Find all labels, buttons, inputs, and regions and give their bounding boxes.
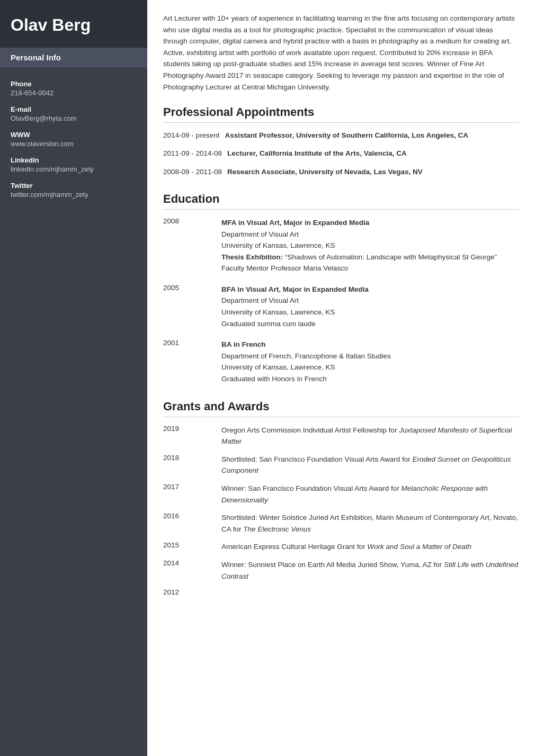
grant-italic: Eroded Sunset on Geopoliticus Component bbox=[221, 455, 511, 475]
grant-detail: Oregon Arts Commission Individual Artist… bbox=[221, 425, 519, 447]
grants-title: Grants and Awards bbox=[163, 400, 519, 417]
grant-detail: Shortlisted: Winter Solstice Juried Art … bbox=[221, 512, 519, 535]
edu-line: University of Kansas, Lawrence, KS bbox=[221, 240, 519, 251]
edu-detail: BFA in Visual Art, Major in Expanded Med… bbox=[221, 284, 519, 329]
sidebar-field: WWW www.olaversion.com bbox=[0, 128, 147, 153]
grant-italic: Melancholic Response with Dimensionality bbox=[221, 484, 488, 504]
sidebar-field-value: linkedin.com/mjhamm_zety bbox=[11, 165, 137, 173]
edu-year: 2001 bbox=[163, 339, 221, 347]
sidebar-field-label: WWW bbox=[11, 131, 137, 139]
education-section: Education 2008 MFA in Visual Art, Major … bbox=[163, 192, 519, 385]
grant-italic: The Electronic Venus bbox=[243, 525, 311, 533]
grant-italic: Still Life with Undefined Contrast bbox=[221, 561, 518, 580]
grant-row: 2012 bbox=[163, 588, 519, 596]
edu-degree: BFA in Visual Art, Major in Expanded Med… bbox=[221, 284, 519, 295]
edu-line: Department of Visual Art bbox=[221, 229, 519, 240]
appointment-row: 2011-09 - 2014-08 Lecturer, California I… bbox=[163, 148, 519, 159]
appt-date: 2011-09 - 2014-08 bbox=[163, 148, 227, 159]
edu-thesis: Thesis Exhibition: “Shadows of Automatio… bbox=[221, 251, 519, 263]
edu-detail: BA in FrenchDepartment of French, Franco… bbox=[221, 339, 519, 384]
grant-row: 2015 American Express Cultural Heritage … bbox=[163, 541, 519, 553]
edu-line: University of Kansas, Lawrence, KS bbox=[221, 307, 519, 318]
appt-date: 2014-09 - present bbox=[163, 130, 225, 141]
edu-detail: MFA in Visual Art, Major in Expanded Med… bbox=[221, 217, 519, 274]
appt-detail: Research Associate, University of Nevada… bbox=[227, 167, 519, 177]
edu-line: Graduated with Honors in French bbox=[221, 373, 519, 385]
grant-row: 2017 Winner: San Francisco Foundation Vi… bbox=[163, 483, 519, 506]
summary-text: Art Lecturer with 10+ years of experienc… bbox=[163, 13, 519, 93]
sidebar-field-value: 218-654-0042 bbox=[11, 89, 137, 97]
sidebar-field: LinkedIn linkedin.com/mjhamm_zety bbox=[0, 153, 147, 178]
education-title: Education bbox=[163, 192, 519, 210]
grant-year: 2014 bbox=[163, 559, 221, 567]
appt-date: 2008-09 - 2011-08 bbox=[163, 167, 227, 177]
sidebar-field-value: twitter.com/mjhamm_zety bbox=[11, 191, 137, 199]
name-block: Olav Berg bbox=[0, 0, 147, 48]
grant-year: 2016 bbox=[163, 512, 221, 520]
grant-row: 2014 Winner: Sunniest Place on Earth All… bbox=[163, 559, 519, 582]
grant-detail: Winner: San Francisco Foundation Visual … bbox=[221, 483, 519, 506]
sidebar-field-value: OlavBerg@rhyta.com bbox=[11, 114, 137, 122]
sidebar-field: E-mail OlavBerg@rhyta.com bbox=[0, 102, 147, 128]
sidebar-field-label: E-mail bbox=[11, 105, 137, 113]
grant-italic: Work and Soul a Matter of Death bbox=[367, 543, 471, 551]
education-row: 2008 MFA in Visual Art, Major in Expande… bbox=[163, 217, 519, 274]
appointments-title: Professional Appointments bbox=[163, 105, 519, 123]
grant-year: 2015 bbox=[163, 541, 221, 549]
grants-section: Grants and Awards 2019 Oregon Arts Commi… bbox=[163, 400, 519, 597]
grant-detail: American Express Cultural Heritage Grant… bbox=[221, 541, 519, 553]
appointment-row: 2014-09 - present Assistant Professor, U… bbox=[163, 130, 519, 141]
edu-degree: BA in French bbox=[221, 339, 519, 350]
grant-year: 2019 bbox=[163, 425, 221, 433]
education-row: 2005 BFA in Visual Art, Major in Expande… bbox=[163, 284, 519, 329]
sidebar-field: Phone 218-654-0042 bbox=[0, 77, 147, 102]
full-name: Olav Berg bbox=[11, 15, 137, 35]
sidebar: Olav Berg Personal Info Phone 218-654-00… bbox=[0, 0, 147, 756]
appt-detail: Assistant Professor, University of South… bbox=[225, 130, 519, 141]
sidebar-field-label: LinkedIn bbox=[11, 156, 137, 164]
grant-row: 2016 Shortlisted: Winter Solstice Juried… bbox=[163, 512, 519, 535]
appt-detail: Lecturer, California Institute of the Ar… bbox=[227, 148, 519, 159]
personal-info-heading: Personal Info bbox=[0, 48, 147, 67]
sidebar-field-value: www.olaversion.com bbox=[11, 140, 137, 148]
sidebar-field-label: Twitter bbox=[11, 182, 137, 190]
appointments-section: Professional Appointments 2014-09 - pres… bbox=[163, 105, 519, 177]
education-row: 2001 BA in FrenchDepartment of French, F… bbox=[163, 339, 519, 384]
edu-line: University of Kansas, Lawrence, KS bbox=[221, 362, 519, 373]
grant-detail: Winner: Sunniest Place on Earth All Medi… bbox=[221, 559, 519, 582]
grant-year: 2018 bbox=[163, 454, 221, 462]
sidebar-field-label: Phone bbox=[11, 80, 137, 88]
edu-degree: MFA in Visual Art, Major in Expanded Med… bbox=[221, 217, 519, 229]
edu-mentor: Faculty Mentor Professor Maria Velasco bbox=[221, 263, 519, 274]
appointment-row: 2008-09 - 2011-08 Research Associate, Un… bbox=[163, 167, 519, 177]
grant-year: 2012 bbox=[163, 588, 221, 596]
edu-year: 2008 bbox=[163, 217, 221, 225]
grant-row: 2019 Oregon Arts Commission Individual A… bbox=[163, 425, 519, 447]
main-content: Art Lecturer with 10+ years of experienc… bbox=[147, 0, 535, 756]
edu-year: 2005 bbox=[163, 284, 221, 292]
grant-year: 2017 bbox=[163, 483, 221, 491]
edu-line: Graduated summa cum laude bbox=[221, 318, 519, 330]
grant-detail: Shortlisted: San Francisco Foundation Vi… bbox=[221, 454, 519, 476]
grant-italic: Juxtaposed Manifesto of Superficial Matt… bbox=[221, 426, 512, 446]
grant-row: 2018 Shortlisted: San Francisco Foundati… bbox=[163, 454, 519, 476]
edu-line: Department of Visual Art bbox=[221, 295, 519, 307]
sidebar-field: Twitter twitter.com/mjhamm_zety bbox=[0, 178, 147, 204]
edu-line: Department of French, Francophone & Ital… bbox=[221, 350, 519, 362]
